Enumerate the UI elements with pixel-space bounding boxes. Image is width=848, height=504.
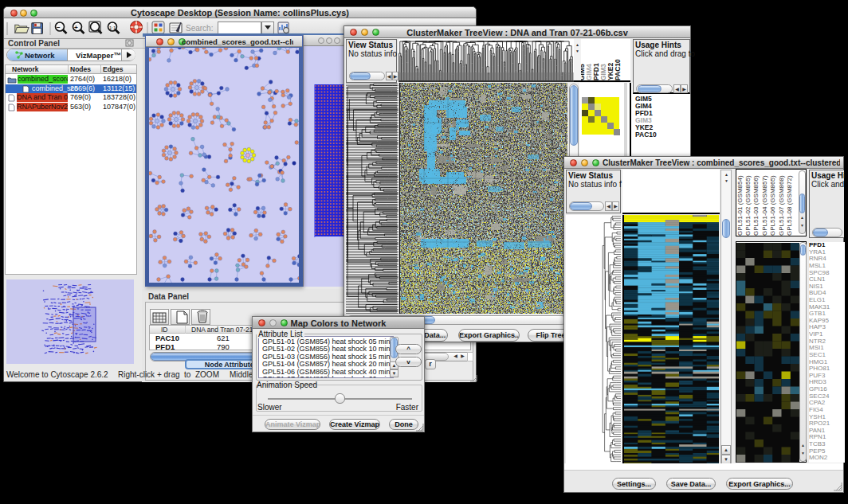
svg-text:GPL51-08 (GSM872): GPL51-08 (GSM872) bbox=[786, 175, 793, 236]
svg-text:GPL51-02 (GSM855): GPL51-02 (GSM855) bbox=[744, 175, 752, 236]
svg-text:GPL51-04 (GSM857): GPL51-04 (GSM857) bbox=[761, 175, 768, 236]
svg-text:PAC10: PAC10 bbox=[614, 59, 622, 80]
svg-text:GPL51-06 (GSM865): GPL51-06 (GSM865) bbox=[769, 175, 776, 236]
svg-text:1:1: 1:1 bbox=[109, 25, 116, 30]
svg-text:GPL51-03 (GSM856): GPL51-03 (GSM856) bbox=[752, 175, 760, 236]
svg-text:GPL51-01 (GSM854): GPL51-01 (GSM854) bbox=[736, 175, 744, 236]
svg-text:+: + bbox=[74, 24, 78, 31]
svg-text:−: − bbox=[57, 24, 61, 31]
svg-text:GPL51-07 (GSM868): GPL51-07 (GSM868) bbox=[778, 175, 785, 236]
